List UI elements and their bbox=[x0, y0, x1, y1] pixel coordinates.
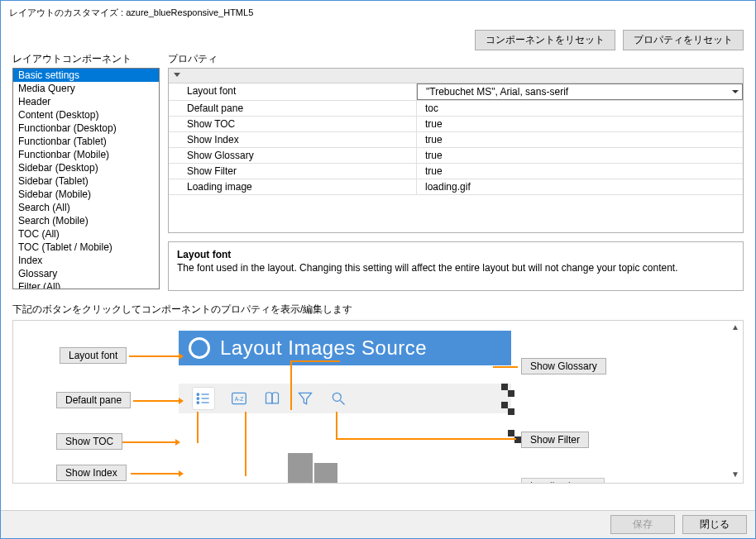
checker-pattern-icon bbox=[501, 402, 514, 417]
description-title: Layout font bbox=[177, 249, 734, 260]
properties-grid[interactable]: Layout font"Trebuchet MS", Arial, sans-s… bbox=[168, 68, 744, 233]
connector-line bbox=[122, 441, 175, 443]
property-description: Layout font The font used in the layout.… bbox=[168, 241, 744, 291]
component-item[interactable]: Search (Mobile) bbox=[13, 214, 159, 227]
callout-default-pane[interactable]: Default pane bbox=[56, 392, 131, 408]
component-item[interactable]: Sidebar (Desktop) bbox=[13, 161, 159, 174]
svg-rect-11 bbox=[508, 390, 514, 397]
component-item[interactable]: Functionbar (Desktop) bbox=[13, 122, 159, 135]
property-row[interactable]: Show Glossarytrue bbox=[169, 148, 743, 164]
callout-show-toc[interactable]: Show TOC bbox=[56, 433, 122, 450]
connector-line bbox=[493, 366, 518, 368]
glossary-book-icon[interactable] bbox=[263, 389, 281, 408]
property-value[interactable]: loading.gif bbox=[417, 179, 743, 194]
scroll-up-icon[interactable]: ▲ bbox=[730, 322, 741, 334]
placeholder-block bbox=[314, 463, 337, 483]
connector-line bbox=[336, 438, 516, 440]
close-button[interactable]: 閉じる bbox=[682, 515, 747, 534]
component-item[interactable]: Functionbar (Tablet) bbox=[13, 135, 159, 148]
property-value[interactable]: toc bbox=[417, 101, 743, 116]
property-value[interactable]: true bbox=[417, 164, 743, 179]
preview-toolbar: A-Z bbox=[179, 384, 511, 413]
property-value[interactable]: "Trebuchet MS", Arial, sans-serif bbox=[417, 83, 743, 100]
svg-rect-13 bbox=[508, 408, 514, 415]
property-name: Show Index bbox=[169, 132, 417, 147]
property-value[interactable]: true bbox=[417, 132, 743, 147]
component-item[interactable]: Sidebar (Tablet) bbox=[13, 174, 159, 188]
components-listbox[interactable]: Basic settingsMedia QueryHeaderContent (… bbox=[12, 68, 160, 289]
callout-show-glossary[interactable]: Show Glossary bbox=[521, 358, 606, 374]
svg-rect-10 bbox=[501, 384, 508, 390]
save-button[interactable]: 保存 bbox=[610, 515, 675, 534]
property-row[interactable]: Show Indextrue bbox=[169, 132, 743, 148]
property-name: Show TOC bbox=[169, 117, 417, 131]
svg-point-4 bbox=[197, 402, 199, 404]
component-item[interactable]: Basic settings bbox=[13, 69, 159, 82]
svg-point-0 bbox=[197, 394, 199, 396]
connector-line bbox=[290, 360, 292, 410]
property-value[interactable]: true bbox=[417, 117, 743, 131]
preview-panel: ▲ ▼ Layout Images Source A-Z bbox=[12, 320, 744, 484]
connector-line bbox=[133, 400, 179, 402]
component-item[interactable]: Content (Desktop) bbox=[13, 108, 159, 122]
callout-layout-font[interactable]: Layout font bbox=[60, 347, 127, 364]
property-row[interactable]: Default panetoc bbox=[169, 101, 743, 117]
svg-rect-14 bbox=[508, 430, 514, 436]
component-item[interactable]: Sidebar (Mobile) bbox=[13, 188, 159, 201]
component-item[interactable]: Filter (All) bbox=[13, 280, 159, 289]
placeholder-block bbox=[288, 453, 313, 483]
logo-icon bbox=[189, 337, 210, 359]
filter-funnel-icon[interactable] bbox=[296, 389, 314, 408]
svg-point-8 bbox=[333, 393, 341, 401]
svg-line-9 bbox=[341, 401, 345, 405]
callout-loading-image[interactable]: Loading image bbox=[521, 478, 605, 484]
property-row[interactable]: Show Filtertrue bbox=[169, 164, 743, 179]
component-item[interactable]: Header bbox=[13, 95, 159, 108]
components-label: レイアウトコンポーネント bbox=[12, 52, 160, 66]
property-name: Layout font bbox=[169, 83, 417, 100]
properties-label: プロパティ bbox=[168, 52, 744, 66]
connector-line bbox=[245, 412, 246, 476]
property-name: Show Glossary bbox=[169, 148, 417, 163]
component-item[interactable]: Media Query bbox=[13, 82, 159, 95]
component-item[interactable]: Glossary bbox=[13, 267, 159, 280]
reset-properties-button[interactable]: プロパティをリセット bbox=[623, 30, 744, 50]
property-row[interactable]: Loading imageloading.gif bbox=[169, 179, 743, 195]
property-row[interactable]: Show TOCtrue bbox=[169, 117, 743, 132]
svg-point-2 bbox=[197, 398, 199, 400]
property-name: Show Filter bbox=[169, 164, 417, 179]
connector-line bbox=[336, 412, 337, 438]
index-az-icon[interactable]: A-Z bbox=[230, 389, 248, 408]
scroll-down-icon[interactable]: ▼ bbox=[730, 470, 741, 481]
reset-component-button[interactable]: コンポーネントをリセット bbox=[475, 30, 615, 50]
banner-title: Layout Images Source bbox=[220, 336, 427, 360]
property-value[interactable]: true bbox=[417, 148, 743, 163]
callout-show-filter[interactable]: Show Filter bbox=[521, 432, 589, 448]
connector-line bbox=[197, 412, 199, 443]
search-icon[interactable] bbox=[329, 389, 347, 408]
component-item[interactable]: TOC (All) bbox=[13, 227, 159, 241]
callout-show-index[interactable]: Show Index bbox=[56, 465, 127, 481]
property-name: Default pane bbox=[169, 101, 417, 116]
property-name: Loading image bbox=[169, 179, 417, 194]
dialog-footer: 保存 閉じる bbox=[1, 510, 755, 538]
toc-list-icon[interactable] bbox=[192, 387, 215, 410]
property-group-toggle[interactable] bbox=[169, 69, 743, 83]
component-item[interactable]: Index bbox=[13, 254, 159, 267]
preview-instruction: 下記のボタンをクリックしてコンポーネントのプロパティを表示/編集します bbox=[12, 303, 744, 317]
property-row[interactable]: Layout font"Trebuchet MS", Arial, sans-s… bbox=[169, 83, 743, 101]
description-body: The font used in the layout. Changing th… bbox=[177, 262, 734, 274]
component-item[interactable]: Search (All) bbox=[13, 201, 159, 214]
connector-line bbox=[290, 360, 340, 362]
svg-text:A-Z: A-Z bbox=[235, 396, 244, 402]
connector-line bbox=[131, 473, 179, 475]
preview-header[interactable]: Layout Images Source bbox=[179, 331, 511, 365]
checker-pattern-icon bbox=[501, 384, 514, 399]
window-title: レイアウトのカスタマイズ : azure_blueResponsive_HTML… bbox=[1, 1, 755, 21]
component-item[interactable]: TOC (Tablet / Mobile) bbox=[13, 241, 159, 254]
svg-rect-12 bbox=[501, 402, 508, 408]
component-item[interactable]: Functionbar (Mobile) bbox=[13, 148, 159, 161]
connector-line bbox=[129, 355, 179, 357]
